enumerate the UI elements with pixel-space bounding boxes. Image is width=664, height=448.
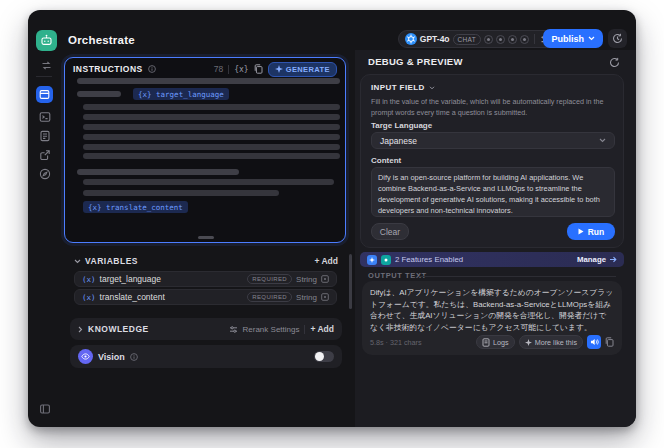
sidebar-item-logs[interactable] bbox=[36, 127, 53, 144]
input-field-card: INPUT FIELD Fill in the value of the var… bbox=[360, 74, 624, 248]
text-placeholder-bar bbox=[83, 114, 340, 120]
sidebar-divider bbox=[36, 76, 52, 77]
insert-variable-icon[interactable]: {x} bbox=[234, 65, 248, 74]
divider bbox=[304, 325, 305, 334]
publish-button[interactable]: Publish bbox=[543, 29, 603, 48]
variable-type: String bbox=[296, 275, 317, 284]
clear-button[interactable]: Clear bbox=[371, 223, 409, 240]
chevron-down-icon bbox=[588, 36, 595, 41]
variable-name: target_language bbox=[100, 274, 161, 284]
compass-nav-icon bbox=[39, 168, 51, 180]
logs-nav-icon bbox=[39, 130, 51, 142]
generate-label: GENERATE bbox=[286, 65, 330, 74]
manage-label: Manage bbox=[577, 255, 606, 264]
char-count: 78 bbox=[214, 64, 223, 74]
content-textarea[interactable]: Dify is an open-source platform for buil… bbox=[371, 167, 615, 217]
variables-header[interactable]: VARIABLES + Add bbox=[74, 254, 338, 268]
header-divider bbox=[228, 65, 229, 74]
text-placeholder-bar bbox=[83, 153, 340, 159]
copy-icon bbox=[605, 337, 614, 347]
collapse-sidebar-icon bbox=[39, 403, 51, 415]
debug-title: DEBUG & PREVIEW bbox=[368, 56, 463, 67]
text-placeholder-bar bbox=[83, 124, 340, 130]
sidebar-item-share[interactable] bbox=[36, 146, 53, 163]
input-field-description: Fill in the value of the variable, which… bbox=[371, 96, 615, 118]
publish-label: Publish bbox=[551, 34, 584, 44]
speaker-icon bbox=[590, 338, 599, 346]
rerank-settings-button[interactable]: Rerank Settings bbox=[243, 325, 300, 334]
refresh-icon[interactable] bbox=[609, 57, 620, 68]
resize-handle[interactable] bbox=[198, 236, 214, 239]
variable-row[interactable]: (x) translate_content REQUIRED String bbox=[74, 289, 337, 305]
model-name: GPT-4o bbox=[420, 34, 450, 44]
terminal-nav-icon bbox=[39, 111, 51, 123]
more-like-this-label: More like this bbox=[535, 338, 577, 347]
variable-settings-icon[interactable] bbox=[321, 293, 329, 301]
collapse-sidebar-button[interactable] bbox=[36, 400, 53, 417]
capability-icon-3 bbox=[508, 35, 517, 44]
output-stats: 5.8s · 321 chars bbox=[370, 338, 422, 347]
variable-name: translate_content bbox=[100, 292, 165, 302]
share-nav-icon bbox=[39, 149, 51, 161]
history-button[interactable] bbox=[608, 29, 627, 48]
generate-button[interactable]: GENERATE bbox=[268, 62, 337, 77]
instructions-header: INSTRUCTIONS 78 {x} GENERATE bbox=[65, 58, 345, 80]
features-banner: 2 Features Enabled Manage bbox=[360, 252, 624, 267]
variable-row[interactable]: (x) target_language REQUIRED String bbox=[74, 271, 337, 287]
orchestrate-nav-icon bbox=[39, 89, 50, 100]
run-button[interactable]: Run bbox=[567, 223, 615, 240]
text-to-speech-button[interactable] bbox=[587, 335, 601, 349]
sidebar-item-explore[interactable] bbox=[36, 165, 53, 182]
output-text: Difyは、AIアプリケーションを構築するためのオープンソースプラットフォームで… bbox=[370, 287, 614, 333]
manage-features-button[interactable]: Manage bbox=[577, 255, 617, 264]
page-title: Orchestrate bbox=[68, 34, 135, 46]
app-logo[interactable] bbox=[36, 30, 57, 51]
prompt-variable-tag[interactable]: {x} translate_content bbox=[83, 201, 188, 213]
knowledge-section[interactable]: KNOWLEDGE Rerank Settings + Add bbox=[70, 318, 342, 340]
copy-icon[interactable] bbox=[254, 64, 263, 74]
variable-settings-icon[interactable] bbox=[321, 275, 329, 283]
logs-icon bbox=[482, 338, 490, 347]
required-badge: REQUIRED bbox=[247, 274, 292, 284]
left-panel-scrollbar[interactable] bbox=[349, 254, 352, 309]
target-language-select[interactable]: Japanese bbox=[371, 132, 615, 149]
instructions-panel[interactable]: INSTRUCTIONS 78 {x} GENERATE {x} target_… bbox=[64, 57, 346, 243]
info-icon bbox=[130, 353, 138, 361]
arrow-right-icon bbox=[609, 256, 617, 263]
text-placeholder-bar bbox=[83, 144, 340, 150]
eye-icon bbox=[78, 349, 93, 364]
sidebar-item-terminal[interactable] bbox=[36, 108, 53, 125]
capability-icon-2 bbox=[496, 35, 505, 44]
copy-output-button[interactable] bbox=[605, 337, 614, 347]
logs-button[interactable]: Logs bbox=[476, 335, 515, 349]
text-placeholder-bar bbox=[83, 190, 279, 196]
model-switch-icon[interactable] bbox=[38, 57, 55, 74]
sparkle-icon bbox=[525, 339, 532, 346]
app-window: Orchestrate GPT-4o CHAT Publish bbox=[28, 10, 636, 427]
add-knowledge-button[interactable]: + Add bbox=[310, 324, 334, 334]
variables-title: VARIABLES bbox=[85, 256, 138, 266]
robot-app-icon bbox=[40, 34, 53, 47]
required-badge: REQUIRED bbox=[247, 292, 292, 302]
text-placeholder-bar bbox=[77, 78, 340, 84]
sparkle-icon bbox=[275, 65, 283, 73]
chevron-down-icon bbox=[429, 86, 435, 90]
rerank-icon bbox=[229, 325, 238, 334]
debug-panel: DEBUG & PREVIEW INPUT FIELD Fill in the … bbox=[355, 50, 636, 427]
text-placeholder-bar bbox=[83, 134, 340, 140]
sidebar-item-orchestrate[interactable] bbox=[36, 86, 53, 103]
text-placeholder-bar bbox=[83, 104, 340, 110]
model-mode-badge: CHAT bbox=[453, 34, 481, 45]
variable-type: String bbox=[296, 293, 317, 302]
text-placeholder-bar bbox=[77, 91, 121, 97]
chevron-right-icon bbox=[78, 326, 83, 333]
run-label: Run bbox=[588, 227, 605, 237]
add-variable-button[interactable]: + Add bbox=[314, 256, 338, 266]
features-enabled-text: 2 Features Enabled bbox=[395, 255, 463, 264]
vision-toggle[interactable] bbox=[314, 351, 334, 362]
more-like-this-button[interactable]: More like this bbox=[519, 335, 583, 349]
input-field-title[interactable]: INPUT FIELD bbox=[371, 83, 435, 92]
model-selector[interactable]: GPT-4o CHAT bbox=[398, 30, 558, 48]
knowledge-title: KNOWLEDGE bbox=[88, 324, 149, 334]
prompt-variable-tag[interactable]: {x} target_language bbox=[133, 88, 229, 100]
